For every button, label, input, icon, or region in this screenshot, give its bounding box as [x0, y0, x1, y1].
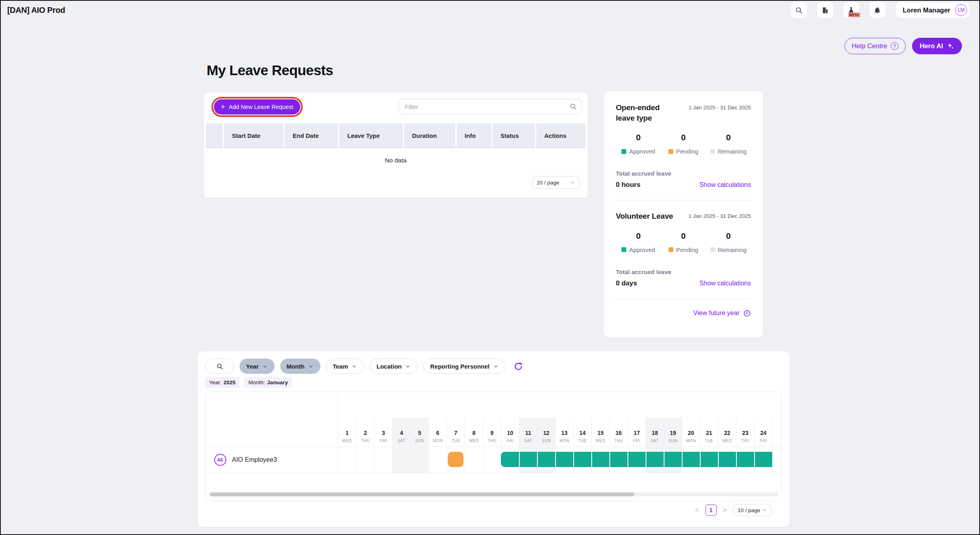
day-weekday: THU [361, 439, 370, 443]
remaining-swatch-icon [710, 149, 715, 154]
bell-icon [873, 6, 881, 14]
topbar-actions: BETA Loren Manager LM [791, 2, 970, 18]
filter-label: Location [377, 363, 402, 370]
hero-ai-button[interactable]: Hero AI [912, 38, 962, 54]
grid-edge [772, 417, 773, 473]
leave-day-segment [627, 452, 646, 467]
day-header-19: 19SUN [664, 417, 682, 447]
day-number: 20 [688, 430, 694, 436]
legend-label-pending: Pending [676, 246, 698, 253]
chevron-down-icon [405, 363, 411, 369]
stat-value-approved: 0 [636, 133, 641, 142]
legend-label-approved: Approved [629, 246, 655, 253]
avatar: LM [955, 4, 967, 16]
show-calculations-link[interactable]: Show calculations [699, 280, 751, 287]
user-menu[interactable]: Loren Manager LM [896, 2, 970, 18]
column-header-info: Info [457, 123, 491, 148]
day-weekday: MON [433, 439, 443, 443]
day-cell-6 [428, 447, 447, 473]
labs-beta-button[interactable]: BETA [843, 2, 859, 18]
day-number: 17 [634, 430, 640, 436]
clock-icon [743, 310, 751, 317]
day-weekday: MON [560, 439, 570, 443]
day-number: 14 [579, 430, 586, 436]
filter-pills: YearMonthTeamLocationReporting Personnel [240, 359, 506, 374]
calendar-search-button[interactable] [205, 359, 234, 374]
page-size-value: 20 / page [537, 180, 559, 186]
filter-input[interactable] [399, 99, 582, 114]
legend-approved: Approved [621, 246, 655, 253]
day-weekday: WED [722, 439, 732, 443]
filter-location[interactable]: Location [370, 359, 418, 374]
total-accrued-value: 0 hours [616, 181, 640, 189]
add-new-leave-request-button[interactable]: + Add New Leave Request [214, 99, 300, 115]
search-icon [795, 6, 803, 14]
filter-year[interactable]: Year [240, 359, 275, 374]
legend-remaining: Remaining [710, 246, 747, 253]
day-header-11: 11SAT [519, 417, 537, 447]
stat-remaining: 0Remaining [706, 133, 751, 155]
total-accrued-label: Total accrued leave [616, 269, 751, 275]
topbar: [DAN] AIO Prod BETA Loren Manager LM [1, 1, 979, 19]
day-header-16: 16THU [609, 417, 627, 447]
day-number: 12 [543, 430, 549, 436]
day-cell-2 [356, 447, 374, 473]
refresh-icon [514, 362, 523, 371]
leave-bar-approved[interactable] [501, 452, 772, 467]
organisation-button[interactable] [817, 2, 833, 18]
filter-month[interactable]: Month [280, 359, 320, 374]
day-weekday: FRI [506, 439, 513, 443]
filter-label: Month [287, 363, 305, 370]
previous-page-icon[interactable]: < [693, 505, 700, 515]
total-accrued-value: 0 days [616, 279, 637, 287]
day-number: 15 [597, 430, 604, 436]
leave-day-segment [646, 452, 664, 467]
approved-swatch-icon [621, 149, 626, 154]
leave-day-segment [591, 452, 609, 467]
total-accrued-row: 0 daysShow calculations [616, 279, 751, 287]
chevron-down-icon [493, 363, 499, 369]
horizontal-scrollbar-track[interactable] [209, 492, 779, 496]
day-cell-3 [374, 447, 392, 473]
column-header-spacer [206, 123, 223, 148]
day-number: 8 [472, 430, 476, 436]
chevron-down-icon [570, 180, 575, 185]
next-page-icon[interactable]: > [722, 505, 728, 515]
stat-approved: 0Approved [616, 231, 661, 253]
show-calculations-link[interactable]: Show calculations [699, 181, 751, 189]
column-header-status: Status [492, 123, 535, 148]
refresh-button[interactable] [514, 362, 523, 371]
help-centre-label: Help Centre [852, 42, 887, 50]
day-weekday: TUE [451, 439, 460, 443]
divider [205, 473, 781, 473]
avatar: AE [214, 454, 226, 466]
page-size-select[interactable]: 20 / page [532, 176, 580, 189]
global-search-button[interactable] [791, 2, 807, 18]
leave-bar-pending[interactable] [448, 452, 463, 467]
current-page[interactable]: 1 [705, 504, 717, 516]
calendar-pagination: < 1 > 10 / page [693, 504, 772, 516]
leave-period: 1 Jan 2025 - 31 Dec 2025 [689, 105, 751, 111]
day-header-3: 3FRI [374, 417, 392, 447]
legend-pending: Pending [668, 148, 698, 155]
day-number: 1 [346, 430, 349, 436]
app-title: [DAN] AIO Prod [7, 6, 65, 15]
day-header-17: 17FRI [627, 417, 646, 447]
day-header-14: 14TUE [573, 417, 591, 447]
help-centre-button[interactable]: Help Centre ? [845, 38, 906, 54]
divider [616, 299, 751, 299]
view-future-year-link[interactable]: View future year [616, 310, 751, 317]
filter-team[interactable]: Team [326, 359, 364, 374]
leave-day-segment [573, 452, 591, 467]
leave-day-segment [537, 452, 555, 467]
page-size-select[interactable]: 10 / page [733, 504, 772, 516]
approved-swatch-icon [621, 247, 626, 252]
day-header-8: 8WED [465, 417, 483, 447]
day-number: 21 [706, 430, 712, 436]
notifications-button[interactable] [869, 2, 886, 18]
pending-swatch-icon [668, 149, 673, 154]
filter-reporting-personnel[interactable]: Reporting Personnel [423, 359, 506, 374]
chevron-down-icon [308, 363, 314, 369]
horizontal-scrollbar-handle[interactable] [210, 492, 634, 496]
day-weekday: FRI [633, 439, 640, 443]
